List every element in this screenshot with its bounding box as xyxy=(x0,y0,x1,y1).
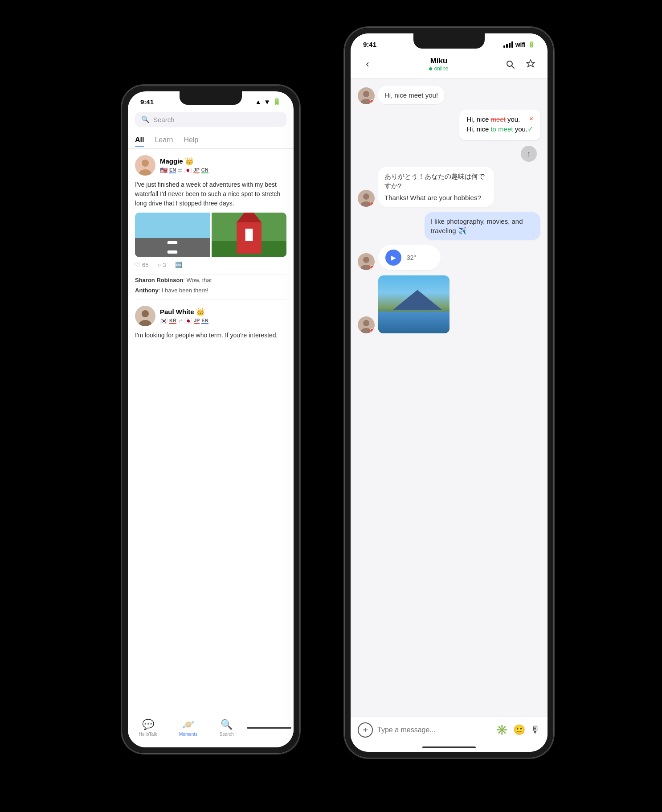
maggie-crown: 👑 xyxy=(185,157,194,165)
search-placeholder: Search xyxy=(153,116,175,123)
search-bar[interactable]: 🔍 Search xyxy=(135,112,286,127)
msg-row-correction: Hi, nice meet you. × Hi, nice to meet yo… xyxy=(358,110,540,140)
paul-flag1: 🇰🇷 xyxy=(160,317,168,324)
nav-search[interactable]: 🔍 Search xyxy=(220,719,234,737)
maggie-text: I've just finished a week of adventures … xyxy=(135,180,286,208)
back-time: 9:41 xyxy=(140,98,154,106)
nav-moments-label: Moments xyxy=(179,732,197,737)
svg-point-23 xyxy=(363,193,369,200)
home-bar xyxy=(422,746,476,748)
msg-text-sent: I like photography, movies, and travelin… xyxy=(431,217,523,234)
post-actions: ♡ 65 ○ 3 🔤 xyxy=(135,262,286,268)
emoji-icon[interactable]: 🙂 xyxy=(513,724,525,736)
paul-name: Paul White 👑 xyxy=(160,308,286,316)
signal-bars xyxy=(503,41,513,48)
msg-row-1: Hi, nice meet you! xyxy=(358,86,540,104)
paul-lang-en: EN xyxy=(201,318,208,324)
nav-hellotalk[interactable]: 💬 HelloTalk xyxy=(139,719,157,737)
back-phone: 9:41 ▲ ▼ 🔋 🔍 Search All Learn xyxy=(122,85,300,754)
add-button[interactable]: + xyxy=(358,722,373,738)
miku-avatar-1 xyxy=(358,87,375,104)
maggie-langs: 🇺🇸 EN ⇄ 🇯🇵 JP CN xyxy=(160,167,286,174)
tab-all[interactable]: All xyxy=(135,132,144,147)
sparkle-icon[interactable]: ✳️ xyxy=(496,724,508,736)
svg-point-20 xyxy=(363,91,369,97)
contact-name: Miku xyxy=(429,57,448,66)
like-count: 65 xyxy=(142,262,148,268)
comment-author1: Sharon Robinson xyxy=(135,277,183,283)
chat-title: Miku online xyxy=(429,57,448,72)
bubble-2: ありがとう！あなたの趣味は何ですか? Thanks! What are your… xyxy=(378,167,494,207)
post-img-church xyxy=(212,213,286,257)
tab-learn[interactable]: Learn xyxy=(155,132,173,147)
comment-text2: I have been there! xyxy=(162,287,208,294)
paul-arrow: ⇄ xyxy=(178,318,183,324)
correction-wrong-line: Hi, nice meet you. × xyxy=(466,115,533,123)
online-dot xyxy=(429,67,432,70)
header-actions xyxy=(502,56,539,72)
msg-row-3: I like photography, movies, and travelin… xyxy=(358,212,540,240)
tab-help[interactable]: Help xyxy=(184,132,198,147)
svg-rect-5 xyxy=(168,241,177,244)
signal-icon: ▲ xyxy=(255,98,262,106)
landscape-inner xyxy=(378,275,450,333)
battery-front-icon: 🔋 xyxy=(528,41,535,48)
bar1 xyxy=(503,45,505,48)
bar2 xyxy=(506,44,508,48)
strikethrough-word: meet xyxy=(490,115,505,123)
search-chat-button[interactable] xyxy=(502,56,518,72)
maggie-flag2: 🇯🇵 xyxy=(184,167,192,174)
svg-point-16 xyxy=(507,61,512,66)
contact-status: online xyxy=(429,66,448,72)
maggie-avatar xyxy=(135,155,155,176)
hellotalk-icon: 💬 xyxy=(142,719,154,730)
paul-avatar xyxy=(135,306,155,326)
battery-icon: 🔋 xyxy=(273,98,281,106)
msg-row-2: ありがとう！あなたの趣味は何ですか? Thanks! What are your… xyxy=(358,167,540,207)
post-paul-header: Paul White 👑 🇰🇷 KR ⇄ 🇯🇵 JP EN xyxy=(135,306,286,326)
nav-moments[interactable]: 🪐 Moments xyxy=(179,719,197,737)
moments-icon: 🪐 xyxy=(182,719,194,730)
like-btn[interactable]: ♡ 65 xyxy=(135,262,148,268)
chat-input-bar: + ✳️ 🙂 🎙 xyxy=(351,717,548,743)
miku-avatar-2 xyxy=(358,190,375,207)
online-indicator-3 xyxy=(370,265,374,270)
correction-wrong-text: Hi, nice meet you. xyxy=(466,115,520,123)
comment-text1: Wow, that xyxy=(187,277,212,283)
settings-chat-button[interactable] xyxy=(523,56,539,72)
back-phone-notch xyxy=(180,91,242,105)
tabs-row: All Learn Help xyxy=(128,131,294,149)
paul-text: I'm looking for people who term. If you'… xyxy=(135,331,286,340)
scene: 9:41 ▲ ▼ 🔋 🔍 Search All Learn xyxy=(108,27,554,785)
bubble-sent: I like photography, movies, and travelin… xyxy=(425,212,540,240)
status-text: online xyxy=(434,66,448,72)
translate-btn[interactable]: 🔤 xyxy=(175,262,182,268)
svg-rect-6 xyxy=(168,250,177,254)
search-nav-icon: 🔍 xyxy=(221,719,233,730)
back-button[interactable]: ‹ xyxy=(360,56,376,72)
msg-row-audio: ▶ 32" xyxy=(358,245,540,270)
correction-bubble: Hi, nice meet you. × Hi, nice to meet yo… xyxy=(459,110,540,140)
svg-rect-12 xyxy=(245,229,253,241)
home-bar-back-wrap xyxy=(256,727,282,729)
maggie-lang-jp: JP xyxy=(193,167,199,173)
arrow-icon: ⇄ xyxy=(178,167,182,173)
comment-count: 3 xyxy=(163,262,166,268)
play-button[interactable]: ▶ xyxy=(385,250,401,266)
check-mark-icon: ✓ xyxy=(527,125,533,133)
post-img-road xyxy=(135,213,210,257)
svg-point-29 xyxy=(363,320,369,326)
wifi-front-icon: wifi xyxy=(515,41,526,48)
correct-word: to meet xyxy=(490,125,513,133)
post-maggie: Maggie 👑 🇺🇸 EN ⇄ 🇯🇵 JP CN I've xyxy=(128,149,294,275)
audio-duration: 32" xyxy=(407,254,416,261)
mic-icon[interactable]: 🎙 xyxy=(531,724,540,736)
paul-avatar-wrap xyxy=(135,306,155,326)
comment-btn[interactable]: ○ 3 xyxy=(157,262,166,268)
front-phone-screen: 9:41 wifi 🔋 ‹ Miku xyxy=(351,33,548,752)
online-indicator-2 xyxy=(370,202,374,206)
message-input[interactable] xyxy=(377,726,491,734)
scroll-up-button[interactable]: ↑ xyxy=(521,146,537,162)
mountain-shape xyxy=(392,290,442,311)
svg-rect-4 xyxy=(135,238,210,257)
